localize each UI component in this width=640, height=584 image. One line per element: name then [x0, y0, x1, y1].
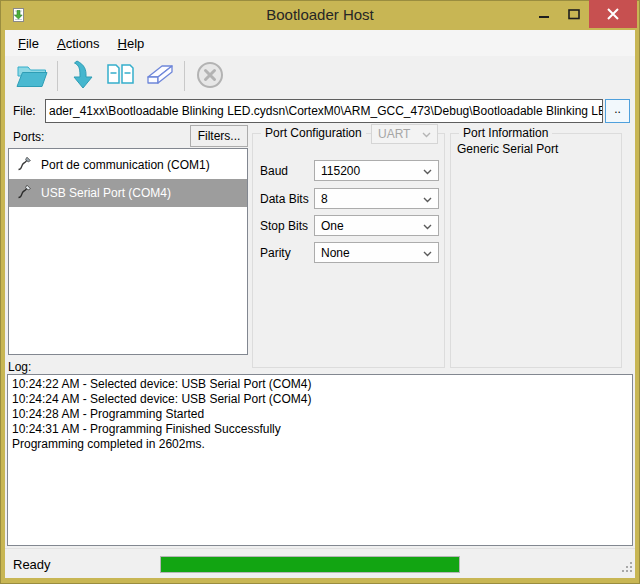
maximize-button[interactable]	[559, 0, 589, 28]
serial-port-icon	[16, 156, 32, 175]
parity-select[interactable]: None	[314, 242, 439, 263]
file-path-input[interactable]: ader_41xx\Bootloadable Blinking LED.cyds…	[45, 99, 603, 123]
port-configuration-group: Port Configuration UART Baud 115200 Data…	[252, 133, 445, 368]
log-line: 10:24:24 AM - Selected device: USB Seria…	[12, 392, 628, 407]
minimize-button[interactable]	[529, 0, 559, 28]
filters-button[interactable]: Filters...	[190, 125, 248, 147]
port-information-group: Port Information Generic Serial Port	[450, 133, 622, 368]
chevron-down-icon	[423, 192, 432, 206]
log-label: Log:	[8, 360, 31, 374]
resize-grip-icon[interactable]	[622, 562, 633, 576]
port-list-item-com4[interactable]: USB Serial Port (COM4)	[9, 179, 247, 207]
browse-button[interactable]: ..	[605, 99, 630, 123]
baud-select[interactable]: 115200	[314, 160, 439, 181]
status-text: Ready	[13, 557, 51, 572]
status-bar: Ready	[5, 548, 635, 578]
log-line: 10:24:31 AM - Programming Finished Succe…	[12, 422, 628, 437]
port-name: Port de communication (COM1)	[41, 158, 210, 172]
log-line: 10:24:22 AM - Selected device: USB Seria…	[12, 377, 628, 392]
toolbar	[5, 56, 635, 96]
stop-bits-row: Stop Bits One	[260, 215, 439, 236]
port-list-item-com1[interactable]: Port de communication (COM1)	[9, 151, 247, 179]
eraser-icon	[142, 62, 176, 91]
menu-help[interactable]: Help	[109, 32, 154, 55]
chevron-down-icon	[423, 219, 432, 233]
progress-bar	[160, 556, 460, 573]
menu-actions[interactable]: Actions	[48, 32, 109, 55]
erase-button[interactable]	[140, 58, 178, 94]
verify-button[interactable]	[102, 58, 140, 94]
menu-bar: File Actions Help	[5, 30, 635, 56]
log-line: Programming completed in 2602ms.	[12, 437, 628, 452]
title-bar[interactable]: Bootloader Host	[0, 0, 640, 30]
port-information-title: Port Information	[459, 126, 552, 140]
log-output[interactable]: 10:24:22 AM - Selected device: USB Seria…	[7, 374, 633, 546]
bootloader-host-window: Bootloader Host File Actions Help	[0, 0, 640, 584]
program-button[interactable]	[64, 58, 102, 94]
toolbar-separator	[57, 61, 58, 91]
transport-select: UART	[371, 124, 438, 144]
open-folder-icon	[16, 62, 48, 91]
chevron-down-icon	[423, 164, 432, 178]
port-information-text: Generic Serial Port	[457, 142, 558, 156]
file-label: File:	[13, 104, 36, 118]
abort-circle-x-icon	[195, 60, 225, 93]
toolbar-separator	[184, 61, 185, 91]
ports-label: Ports:	[13, 130, 44, 144]
serial-port-icon	[16, 184, 32, 203]
port-configuration-title: Port Configuration	[261, 126, 366, 140]
stop-bits-label: Stop Bits	[260, 219, 314, 233]
baud-row: Baud 115200	[260, 160, 439, 181]
stop-bits-select[interactable]: One	[314, 215, 439, 236]
client-area: File Actions Help	[5, 30, 635, 578]
chevron-down-icon	[423, 246, 432, 260]
progress-fill	[161, 557, 459, 572]
data-bits-row: Data Bits 8	[260, 188, 439, 209]
documents-icon	[105, 62, 137, 91]
parity-row: Parity None	[260, 242, 439, 263]
menu-file[interactable]: File	[9, 32, 48, 55]
chevron-down-icon	[422, 127, 431, 141]
close-button[interactable]	[589, 0, 637, 28]
data-bits-label: Data Bits	[260, 192, 314, 206]
log-line: 10:24:28 AM - Programming Started	[12, 407, 628, 422]
baud-label: Baud	[260, 164, 314, 178]
ports-list: Port de communication (COM1) USB Serial …	[8, 148, 248, 355]
abort-button	[191, 58, 229, 94]
port-name: USB Serial Port (COM4)	[41, 186, 171, 200]
window-controls	[529, 0, 637, 28]
open-file-button[interactable]	[13, 58, 51, 94]
parity-label: Parity	[260, 246, 314, 260]
data-bits-select[interactable]: 8	[314, 188, 439, 209]
download-arrow-icon	[71, 60, 95, 93]
